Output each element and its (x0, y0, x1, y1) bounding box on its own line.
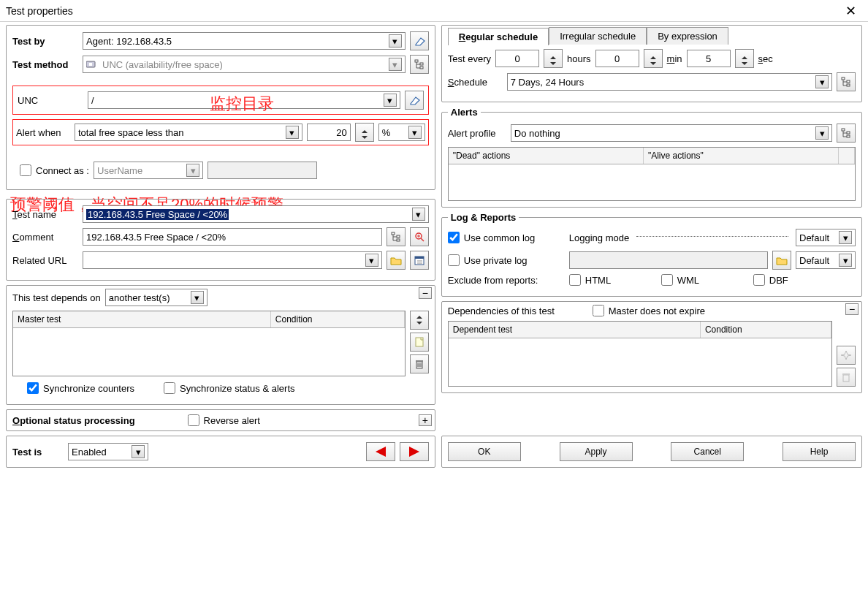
dependent-test-list[interactable]: Dependent test Condition (448, 321, 832, 387)
private-log-path[interactable] (569, 251, 768, 269)
private-log-checkbox[interactable] (448, 254, 460, 266)
svg-rect-24 (842, 77, 845, 80)
folder-open-icon[interactable] (387, 251, 406, 270)
prev-button[interactable] (366, 442, 395, 461)
exclude-html-checkbox[interactable] (569, 274, 581, 286)
test-by-label: Test by (12, 36, 78, 47)
alerts-group: Alerts Alert profile Do nothing ▾ "Dead"… (441, 107, 862, 208)
svg-rect-18 (416, 338, 423, 346)
tree-icon[interactable] (410, 55, 429, 74)
connect-as-checkbox[interactable] (20, 164, 31, 176)
close-icon[interactable]: ✕ (840, 3, 862, 19)
tab-irregular-schedule[interactable]: Irregular schedule (549, 27, 647, 45)
optional-status-group: + Optional status processing Reverse ale… (6, 409, 435, 431)
sync-counters-checkbox[interactable] (27, 382, 39, 394)
tree-icon[interactable] (387, 227, 406, 246)
ok-button[interactable]: OK (448, 442, 521, 461)
alert-condition-select[interactable]: total free space less than ▾ (75, 124, 302, 141)
tree-icon[interactable] (837, 124, 856, 143)
trash-icon[interactable] (837, 368, 856, 387)
reverse-alert-checkbox[interactable] (188, 414, 199, 426)
password-input[interactable] (208, 162, 317, 179)
chevron-down-icon[interactable]: ▾ (389, 34, 402, 48)
sec-input[interactable] (687, 50, 731, 67)
unc-input[interactable]: / ▾ (88, 91, 400, 109)
chevron-down-icon[interactable]: ▾ (408, 126, 422, 139)
chevron-down-icon[interactable]: ▾ (286, 126, 299, 139)
chevron-down-icon[interactable]: ▾ (191, 291, 204, 304)
tab-regular-schedule[interactable]: Regular schedule (448, 28, 549, 45)
min-input[interactable] (595, 50, 639, 67)
chevron-down-icon[interactable]: ▾ (186, 164, 199, 177)
collapse-icon[interactable]: − (419, 287, 432, 299)
exclude-label: Exclude from reports: (448, 275, 565, 286)
unc-icon (86, 60, 99, 69)
alert-profile-select[interactable]: Do nothing ▾ (511, 124, 832, 142)
comment-input[interactable] (83, 228, 382, 246)
sync-status-checkbox[interactable] (164, 382, 175, 394)
collapse-icon[interactable]: − (845, 303, 859, 315)
spinner-icon[interactable] (544, 49, 563, 68)
next-button[interactable] (400, 442, 429, 461)
eraser-icon[interactable] (405, 91, 424, 110)
private-log-mode[interactable]: Default▾ (796, 251, 856, 269)
username-select[interactable]: UserName ▾ (94, 162, 203, 179)
tab-by-expression[interactable]: By expression (647, 27, 728, 45)
actions-list[interactable]: "Dead" actions "Alive actions" (448, 147, 856, 201)
master-not-expire-checkbox[interactable] (593, 305, 604, 316)
chevron-down-icon[interactable]: ▾ (365, 254, 378, 267)
schedule-select[interactable]: 7 Days, 24 Hours ▾ (507, 73, 832, 91)
folder-open-icon[interactable] (772, 251, 791, 270)
svg-rect-7 (392, 232, 395, 235)
chevron-down-icon[interactable]: ▾ (839, 254, 852, 267)
svg-rect-28 (847, 132, 850, 134)
common-log-checkbox[interactable] (448, 232, 460, 243)
alert-value-input[interactable] (307, 124, 351, 141)
test-name-input[interactable]: 192.168.43.5 Free Space / <20% ▾ (83, 205, 429, 223)
chevron-down-icon[interactable]: ▾ (132, 445, 145, 458)
tree-icon[interactable] (837, 72, 856, 91)
depends-on-select[interactable]: another test(s) ▾ (105, 289, 208, 306)
chevron-down-icon[interactable]: ▾ (384, 94, 397, 107)
test-is-select[interactable]: Enabled ▾ (68, 443, 148, 460)
common-log-mode[interactable]: Default▾ (796, 229, 856, 246)
svg-rect-30 (843, 375, 849, 382)
svg-marker-0 (416, 38, 425, 45)
eraser-icon[interactable] (410, 31, 429, 50)
chevron-down-icon[interactable]: ▾ (412, 208, 425, 221)
test-meta-group: Test name 192.168.43.5 Free Space / <20%… (6, 199, 435, 281)
spinner-icon[interactable] (355, 123, 374, 142)
spark-icon[interactable] (837, 346, 856, 365)
unc-row: UNC / ▾ (12, 86, 429, 115)
calendar-icon[interactable] (410, 251, 429, 270)
apply-button[interactable]: Apply (560, 442, 633, 461)
alert-profile-label: Alert profile (448, 128, 506, 139)
related-url-input[interactable]: ▾ (83, 251, 382, 269)
alert-unit-select[interactable]: % ▾ (378, 124, 425, 141)
sort-icon[interactable] (410, 311, 429, 330)
chevron-down-icon[interactable]: ▾ (389, 58, 402, 71)
expand-icon[interactable]: + (419, 414, 432, 426)
spinner-icon[interactable] (644, 49, 663, 68)
svg-line-11 (421, 238, 424, 241)
chevron-down-icon[interactable]: ▾ (839, 231, 852, 244)
trash-icon[interactable] (410, 354, 429, 373)
test-is-group: Test is Enabled ▾ (6, 436, 435, 468)
spinner-icon[interactable] (735, 49, 754, 68)
new-doc-icon[interactable] (410, 333, 429, 352)
chevron-down-icon[interactable]: ▾ (815, 126, 829, 140)
method-select[interactable]: UNC (availability/free space) ▾ (83, 56, 406, 73)
test-name-label: Test name (12, 209, 78, 220)
chevron-down-icon[interactable]: ▾ (815, 75, 829, 88)
exclude-dbf-checkbox[interactable] (753, 274, 765, 286)
alert-when-label: Alert when (16, 127, 70, 138)
optional-status-label: Optional status processing (12, 415, 135, 426)
help-button[interactable]: Help (783, 442, 856, 461)
cancel-button[interactable]: Cancel (671, 442, 744, 461)
exclude-wml-checkbox[interactable] (661, 274, 673, 286)
magnify-icon[interactable] (410, 227, 429, 246)
master-test-list[interactable]: Master test Condition (12, 311, 406, 376)
hours-input[interactable] (495, 50, 539, 67)
svg-rect-31 (842, 373, 850, 375)
agent-select[interactable]: Agent: 192.168.43.5 ▾ (83, 32, 406, 50)
